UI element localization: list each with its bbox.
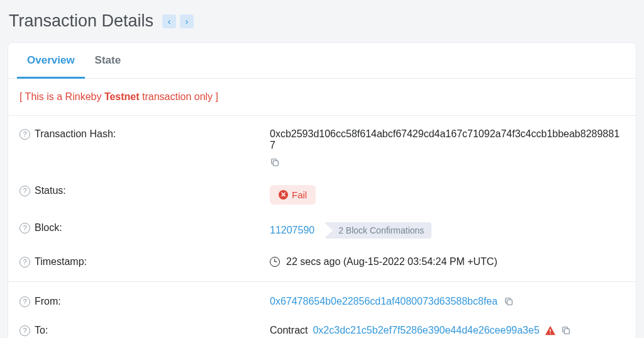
label-to: ? To:	[19, 325, 265, 336]
label-to-text: To:	[35, 325, 48, 336]
help-icon[interactable]: ?	[19, 325, 30, 336]
timestamp-text: 22 secs ago (Aug-15-2022 03:54:24 PM +UT…	[286, 256, 497, 268]
label-block-text: Block:	[35, 222, 62, 234]
notice-bold: Testnet	[104, 91, 140, 102]
tabs: Overview State	[8, 43, 636, 79]
svg-rect-0	[273, 161, 278, 166]
tab-overview[interactable]: Overview	[17, 43, 85, 79]
page-header: Transaction Details ‹ ›	[0, 0, 644, 42]
copy-to-icon[interactable]	[561, 325, 571, 335]
to-address-link[interactable]: 0x2c3dc21c5b2ef7f5286e390e44d4e26cee99a3…	[313, 325, 539, 336]
nav-arrows: ‹ ›	[162, 14, 194, 28]
label-txhash-text: Transaction Hash:	[35, 128, 116, 140]
help-icon[interactable]: ?	[19, 223, 30, 234]
label-status-text: Status:	[35, 185, 66, 196]
value-block: 11207590 2 Block Confirmations	[270, 222, 625, 239]
label-timestamp-text: Timestamp:	[35, 256, 87, 268]
value-status: ✕ Fail	[270, 185, 625, 205]
to-prefix: Contract	[270, 325, 308, 336]
row-status: ? Status: ✕ Fail	[8, 176, 636, 213]
prev-tx-button[interactable]: ‹	[162, 14, 176, 28]
label-from: ? From:	[19, 296, 265, 307]
label-txhash: ? Transaction Hash:	[19, 128, 265, 140]
label-from-text: From:	[35, 296, 61, 307]
svg-rect-4	[564, 329, 569, 334]
notice-prefix: [ This is a Rinkeby	[19, 91, 104, 102]
value-from: 0x67478654b0e22856cd1af4080073d63588bc8f…	[270, 296, 625, 307]
svg-rect-1	[507, 300, 512, 305]
details-card: Overview State [ This is a Rinkeby Testn…	[8, 42, 636, 338]
help-icon[interactable]: ?	[19, 257, 30, 268]
to-line: Contract 0x2c3dc21c5b2ef7f5286e390e44d4e…	[270, 325, 625, 336]
value-txhash: 0xcb2593d106cc58f614abcf67429cd4a167c710…	[270, 128, 625, 167]
clock-icon	[270, 257, 280, 267]
svg-rect-3	[550, 333, 550, 334]
value-to: Contract 0x2c3dc21c5b2ef7f5286e390e44d4e…	[270, 325, 625, 338]
tab-state[interactable]: State	[85, 43, 131, 79]
page-title: Transaction Details	[9, 11, 153, 31]
copy-from-icon[interactable]	[504, 296, 514, 307]
status-badge: ✕ Fail	[270, 185, 316, 205]
testnet-notice: [ This is a Rinkeby Testnet transaction …	[19, 91, 218, 102]
copy-txhash-icon[interactable]	[270, 157, 280, 167]
svg-rect-2	[550, 329, 550, 332]
row-timestamp: ? Timestamp: 22 secs ago (Aug-15-2022 03…	[8, 247, 636, 282]
help-icon[interactable]: ?	[19, 296, 30, 307]
row-block: ? Block: 11207590 2 Block Confirmations	[8, 213, 636, 247]
warning-icon	[545, 325, 556, 335]
label-timestamp: ? Timestamp:	[19, 256, 265, 268]
block-link[interactable]: 11207590	[270, 225, 314, 236]
label-status: ? Status:	[19, 185, 265, 196]
details-list: ? Transaction Hash: 0xcb2593d106cc58f614…	[8, 116, 636, 338]
status-text: Fail	[292, 189, 307, 200]
next-tx-button[interactable]: ›	[180, 14, 194, 28]
help-icon[interactable]: ?	[19, 129, 30, 140]
row-txhash: ? Transaction Hash: 0xcb2593d106cc58f614…	[8, 120, 636, 176]
row-from: ? From: 0x67478654b0e22856cd1af4080073d6…	[8, 287, 636, 316]
testnet-notice-row: [ This is a Rinkeby Testnet transaction …	[8, 79, 636, 116]
help-icon[interactable]: ?	[19, 186, 30, 196]
label-block: ? Block:	[19, 222, 265, 234]
txhash-text: 0xcb2593d106cc58f614abcf67429cd4a167c710…	[270, 128, 625, 151]
notice-suffix: transaction only ]	[140, 91, 218, 102]
row-to: ? To: Contract 0x2c3dc21c5b2ef7f5286e390…	[8, 316, 636, 338]
value-timestamp: 22 secs ago (Aug-15-2022 03:54:24 PM +UT…	[270, 256, 625, 268]
from-address-link[interactable]: 0x67478654b0e22856cd1af4080073d63588bc8f…	[270, 296, 497, 307]
fail-icon: ✕	[279, 190, 288, 200]
confirmations-badge: 2 Block Confirmations	[325, 222, 431, 239]
